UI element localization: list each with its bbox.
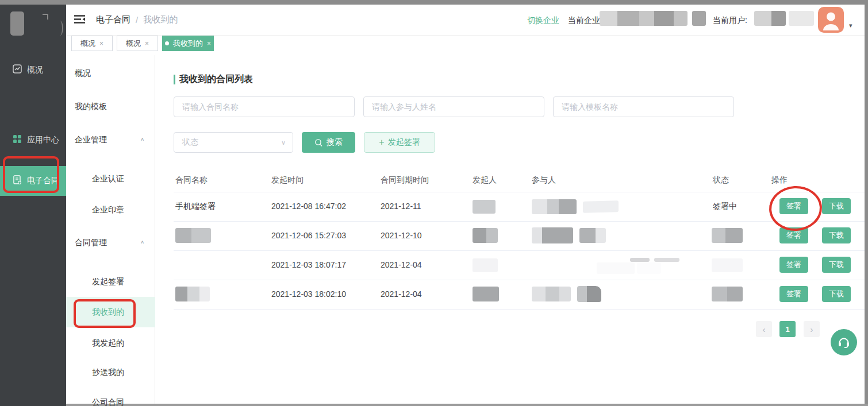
download-button[interactable]: 下载: [822, 286, 851, 302]
cell-start-time: 2021-12-06 15:27:03: [271, 221, 346, 250]
menu-item-my-templates[interactable]: 我的模板: [75, 100, 107, 112]
active-dot-icon: [165, 41, 169, 45]
breadcrumb: 电子合同 / 我收到的: [96, 14, 178, 25]
search-icon: [314, 138, 323, 147]
tab-label: 概况: [126, 38, 141, 49]
annotation-rect-received: [74, 299, 136, 328]
user-menu-caret-icon[interactable]: ▾: [849, 22, 852, 29]
menu-item-enterprise-seal[interactable]: 企业印章: [92, 204, 124, 215]
cell-status: 签署中: [713, 192, 737, 221]
collapse-menu-icon[interactable]: [74, 14, 86, 26]
search-button[interactable]: 搜索: [302, 132, 355, 153]
tab-close-icon[interactable]: ×: [207, 40, 211, 48]
chevron-down-icon: ∨: [281, 139, 286, 146]
status-select-placeholder: 状态: [182, 137, 198, 148]
chevron-right-icon: ›: [811, 324, 813, 334]
customer-support-button[interactable]: [831, 329, 857, 355]
tab-received-active[interactable]: 我收到的 ×: [162, 36, 214, 51]
participant-redacted: [532, 199, 577, 214]
switch-enterprise-link[interactable]: 切换企业: [527, 16, 559, 26]
pagination-page-1[interactable]: 1: [779, 321, 796, 337]
headset-icon: [836, 335, 851, 350]
cell-expire-time: 2021-12-04: [381, 250, 422, 280]
initiate-sign-button-label: 发起签署: [388, 137, 420, 148]
cell-start-time: 2021-12-03 18:07:17: [271, 250, 346, 280]
sign-button[interactable]: 签署: [779, 257, 808, 273]
tab-label: 概况: [80, 38, 95, 49]
initiator-redacted: [473, 200, 496, 214]
template-name-input[interactable]: [553, 96, 734, 117]
status-redacted: [712, 228, 743, 243]
tab-overview-2[interactable]: 概况 ×: [117, 36, 158, 51]
plus-icon: +: [379, 138, 384, 147]
participant-redacted: [637, 262, 661, 274]
menu-item-overview[interactable]: 概况: [75, 67, 91, 79]
person-icon: [818, 7, 844, 33]
menu-item-enterprise-auth[interactable]: 企业认证: [92, 173, 124, 184]
contract-name-redacted: [175, 287, 210, 301]
annotation-rect-e-contract: [3, 156, 59, 193]
user-avatar[interactable]: [818, 7, 844, 33]
section-title-text: 我收到的合同列表: [179, 74, 253, 86]
col-participants: 参与人: [532, 175, 556, 185]
menu-item-initiated[interactable]: 我发起的: [92, 337, 124, 349]
initiator-redacted: [473, 258, 498, 272]
window-frame-top: [0, 0, 868, 5]
status-redacted: [712, 258, 743, 272]
sidebar-item-label: 应用中心: [27, 135, 59, 145]
participant-redacted: [579, 228, 606, 243]
participant-text-remnant: [630, 258, 650, 262]
user-name-redacted: [754, 11, 786, 26]
breadcrumb-section[interactable]: 电子合同: [96, 14, 130, 25]
current-enterprise-label: 当前企业:: [568, 16, 602, 26]
cell-expire-time: 2021-12-11: [381, 192, 421, 221]
sign-button[interactable]: 签署: [779, 286, 808, 302]
table-header: 合同名称 发起时间 合同到期时间 发起人 参与人 状态 操作: [174, 170, 865, 192]
table-row: 2021-12-03 18:07:17 2021-12-04 签署 下载: [174, 250, 865, 280]
contract-name-redacted: [175, 228, 211, 243]
cell-start-time: 2021-12-08 16:47:02: [271, 192, 346, 221]
tab-overview-1[interactable]: 概况 ×: [71, 36, 113, 51]
status-select[interactable]: 状态 ∨: [174, 132, 293, 153]
initiate-sign-button[interactable]: + 发起签署: [364, 132, 435, 153]
chevron-up-icon[interactable]: ∧: [140, 137, 144, 142]
status-redacted: [712, 287, 743, 301]
menu-group-enterprise-mgmt[interactable]: 企业管理: [75, 134, 107, 145]
download-button[interactable]: 下载: [822, 198, 851, 214]
col-actions: 操作: [771, 175, 788, 185]
tab-close-icon[interactable]: ×: [145, 40, 149, 48]
participant-name-input[interactable]: [363, 96, 544, 117]
menu-item-cc-me[interactable]: 抄送我的: [92, 366, 124, 378]
participant-redacted: [577, 286, 601, 302]
menu-item-company-contracts[interactable]: 公司合同: [92, 396, 124, 406]
menu-group-contract-mgmt[interactable]: 合同管理: [75, 237, 107, 248]
contract-name-input[interactable]: [174, 96, 355, 117]
col-expire-time: 合同到期时间: [381, 175, 429, 185]
app-logo-redacted: [10, 11, 24, 36]
sidebar-item-overview[interactable]: 概况: [13, 64, 43, 75]
secondary-sidebar-divider: [155, 55, 155, 404]
col-initiator: 发起人: [473, 175, 497, 185]
pagination-prev-button[interactable]: ‹: [756, 321, 772, 337]
enterprise-name-redacted-2: [692, 11, 706, 26]
chevron-left-icon: ‹: [763, 324, 766, 334]
initiator-redacted: [473, 287, 499, 301]
search-button-label: 搜索: [327, 137, 343, 148]
download-button[interactable]: 下载: [822, 257, 851, 273]
col-start-time: 发起时间: [271, 175, 304, 185]
user-name-redacted-2: [789, 11, 814, 26]
page-number: 1: [785, 325, 789, 334]
cell-start-time: 2021-12-03 18:02:10: [271, 280, 346, 309]
logo-mark: [43, 14, 48, 20]
logo-paren: [56, 21, 63, 36]
sidebar-item-app-center[interactable]: 应用中心: [13, 134, 59, 145]
download-button[interactable]: 下载: [822, 227, 851, 243]
table-row: 2021-12-03 18:02:10 2021-12-04 签署 下载: [174, 280, 865, 310]
chevron-up-icon[interactable]: ∧: [140, 239, 144, 245]
breadcrumb-separator: /: [136, 15, 138, 25]
table-row: 手机端签署 2021-12-08 16:47:02 2021-12-11 签署中…: [174, 192, 865, 222]
pagination-next-button[interactable]: ›: [804, 321, 820, 337]
tab-close-icon[interactable]: ×: [99, 40, 103, 48]
current-user-label: 当前用户:: [713, 16, 747, 26]
menu-item-initiate-sign[interactable]: 发起签署: [92, 276, 124, 287]
